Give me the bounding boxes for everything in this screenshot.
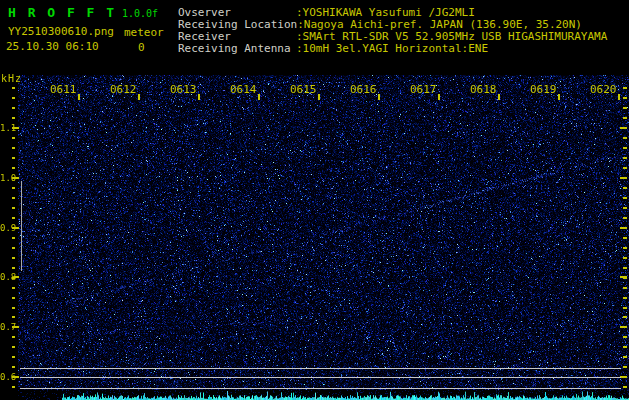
freq-minor-tick-right xyxy=(623,217,627,219)
freq-minor-tick xyxy=(12,336,15,338)
info-label: Receiving Antenna xyxy=(178,43,296,55)
freq-minor-tick xyxy=(12,97,15,99)
freq-minor-tick xyxy=(12,157,15,159)
freq-minor-tick xyxy=(12,187,15,189)
freq-tick-label: 1.1 xyxy=(0,123,15,133)
freq-major-tick xyxy=(14,177,19,179)
freq-major-tick xyxy=(14,376,19,378)
freq-minor-tick-right xyxy=(623,167,627,169)
info-value: :10mH 3el.YAGI Horizontal:ENE xyxy=(296,43,488,55)
minute-tick xyxy=(378,94,380,100)
freq-minor-tick-right xyxy=(623,307,627,309)
output-filename-label: YY2510300610.png xyxy=(8,25,114,38)
hrofft-window: H R O F F T 1.0.0f YY2510300610.png mete… xyxy=(0,0,629,400)
freq-minor-tick xyxy=(12,287,15,289)
freq-minor-tick xyxy=(12,386,15,388)
freq-minor-tick xyxy=(12,87,15,89)
freq-tick-label: 1.0 xyxy=(0,173,15,183)
freq-minor-tick xyxy=(12,237,15,239)
freq-minor-tick xyxy=(12,107,15,109)
freq-minor-tick xyxy=(12,197,15,199)
freq-minor-tick xyxy=(12,217,15,219)
freq-minor-tick xyxy=(12,167,15,169)
minute-tick xyxy=(78,94,80,100)
time-tick-label: 0615 xyxy=(290,83,317,96)
freq-minor-tick-right xyxy=(623,386,627,388)
time-tick-label: 0618 xyxy=(470,83,497,96)
freq-tick-label: 0.9 xyxy=(0,223,15,233)
freq-minor-tick-right xyxy=(623,287,627,289)
minute-tick xyxy=(558,94,560,100)
khz-unit-label: kHz xyxy=(1,73,22,84)
app-version-label: 1.0.0f xyxy=(122,8,158,19)
spectrogram-canvas xyxy=(18,75,629,400)
freq-minor-tick xyxy=(12,366,15,368)
freq-minor-tick-right xyxy=(623,87,627,89)
freq-minor-tick xyxy=(12,356,15,358)
freq-minor-tick-right xyxy=(623,257,627,259)
app-title: H R O F F T xyxy=(8,5,116,20)
freq-minor-tick-right xyxy=(623,107,627,109)
freq-minor-tick xyxy=(12,267,15,269)
time-tick-label: 0620 xyxy=(590,83,617,96)
minute-tick xyxy=(138,94,140,100)
freq-major-tick-right xyxy=(620,326,627,328)
mode-label: meteor xyxy=(124,26,164,39)
freq-minor-tick-right xyxy=(623,356,627,358)
freq-major-tick-right xyxy=(620,227,627,229)
freq-tick-label: 0.8 xyxy=(0,272,15,282)
freq-minor-tick-right xyxy=(623,366,627,368)
freq-major-tick xyxy=(14,227,19,229)
freq-minor-tick-right xyxy=(623,336,627,338)
freq-major-tick xyxy=(14,276,19,278)
time-tick-label: 0617 xyxy=(410,83,437,96)
minute-tick xyxy=(438,94,440,100)
freq-tick-label: 0.6 xyxy=(0,372,15,382)
minute-tick xyxy=(258,94,260,100)
freq-major-tick-right xyxy=(620,177,627,179)
freq-minor-tick-right xyxy=(623,237,627,239)
freq-minor-tick-right xyxy=(623,187,627,189)
time-tick-label: 0611 xyxy=(50,83,77,96)
meteor-count-label: 0 xyxy=(138,41,145,54)
time-tick-label: 0613 xyxy=(170,83,197,96)
calibration-line-v xyxy=(21,181,22,271)
freq-minor-tick-right xyxy=(623,97,627,99)
freq-minor-tick-right xyxy=(623,297,627,299)
freq-major-tick xyxy=(14,127,19,129)
freq-major-tick xyxy=(14,326,19,328)
datetime-label: 25.10.30 06:10 xyxy=(6,40,99,53)
minute-tick xyxy=(618,94,620,100)
station-info-block: Ovserver :YOSHIKAWA Yasufumi /JG2MLI Rec… xyxy=(178,7,628,55)
freq-minor-tick-right xyxy=(623,247,627,249)
calibration-line-h xyxy=(20,368,621,369)
time-tick-label: 0616 xyxy=(350,83,377,96)
freq-minor-tick-right xyxy=(623,346,627,348)
freq-major-tick-right xyxy=(620,127,627,129)
time-tick-label: 0614 xyxy=(230,83,257,96)
calibration-line-h xyxy=(20,377,621,378)
freq-minor-tick xyxy=(12,297,15,299)
time-tick-label: 0619 xyxy=(530,83,557,96)
freq-minor-tick-right xyxy=(623,197,627,199)
minute-tick xyxy=(318,94,320,100)
minute-tick xyxy=(498,94,500,100)
freq-minor-tick xyxy=(12,207,15,209)
minute-tick xyxy=(198,94,200,100)
freq-minor-tick-right xyxy=(623,137,627,139)
freq-major-tick-right xyxy=(620,376,627,378)
freq-minor-tick xyxy=(12,257,15,259)
freq-minor-tick-right xyxy=(623,316,627,318)
calibration-line-h xyxy=(20,388,621,389)
freq-minor-tick xyxy=(12,147,15,149)
freq-minor-tick-right xyxy=(623,267,627,269)
freq-minor-tick xyxy=(12,346,15,348)
freq-minor-tick-right xyxy=(623,157,627,159)
freq-minor-tick xyxy=(12,316,15,318)
freq-minor-tick-right xyxy=(623,147,627,149)
freq-minor-tick-right xyxy=(623,117,627,119)
freq-tick-label: 0.7 xyxy=(0,322,15,332)
station-info-row: Receiving Antenna :10mH 3el.YAGI Horizon… xyxy=(178,43,628,55)
freq-minor-tick xyxy=(12,117,15,119)
freq-major-tick-right xyxy=(620,276,627,278)
